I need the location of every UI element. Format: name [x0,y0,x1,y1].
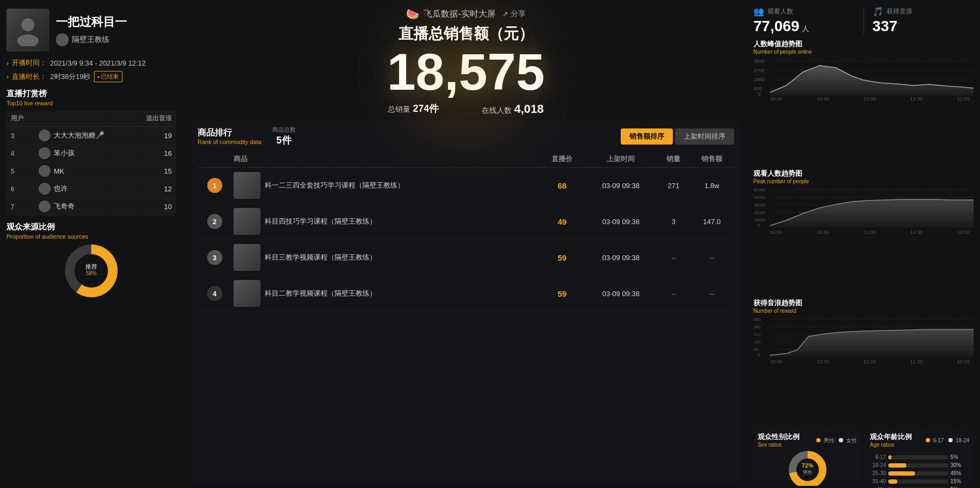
prod-sales-cell: -- [657,276,689,312]
viewers-icon: 👥 [753,6,764,17]
age-bar-val: 5% [950,454,969,460]
rewards-chart-svg: 350 280 210 140 70 0 10:00 10:30 11:00 1… [753,315,974,366]
age-bar-track [888,479,948,484]
total-sales-label: 总销量 [388,105,410,113]
rewards-icon: 🎵 [873,6,883,17]
svg-text:11:00: 11:00 [863,359,876,364]
viewers-title-cn: 观看人数趋势图 [753,169,974,178]
reward-amount: 16 [131,145,176,162]
reward-user: 大大大泡泡糖🎤 [34,127,131,145]
product-row: 4 科目二教学视频课程（隔壁王教练） 59 03-09 09:38 -- -- [198,276,734,312]
prod-price-cell: 68 [540,168,584,204]
right-panel: 👥 观看人数 77,069 人 🎵 获得音浪 337 [749,0,980,488]
main-title: 直播总销售额（元） [191,24,741,44]
age-bar-label: 31-40 [870,478,886,484]
svg-text:70: 70 [753,347,759,352]
age-6-17-legend: 6-17 [926,437,944,443]
top-header: 🍉 飞瓜数据-实时大屏 ↗ 分享 [191,4,741,21]
reward-amount: 19 [131,127,176,145]
reward-table: 用户 送出音浪 3 大大大泡泡糖🎤 19 4 [6,111,176,216]
svg-text:10:00: 10:00 [770,96,782,102]
viewers-stat: 👥 观看人数 77,069 人 [753,6,855,35]
svg-text:64000: 64000 [753,195,766,200]
profile-section: 一把过科目一 隔壁王教练 [6,9,176,52]
col-price: 直播价 [540,151,584,168]
svg-text:3600: 3600 [753,59,765,64]
left-panel: 一把过科目一 隔壁王教练 › 开播时间： 2021/3/9 9:34 - 202… [0,0,183,488]
product-count: 商品总数 5件 [272,126,296,147]
male-label: 男性 [824,437,834,443]
reward-row: 5 MK 15 [6,162,176,180]
rewards-chart-area: 350 280 210 140 70 0 10:00 10:30 11:00 1… [753,315,974,366]
svg-text:58%: 58% [86,270,97,276]
app-title: 飞瓜数据-实时大屏 [424,9,495,20]
col-amount: 销售额 [689,151,734,168]
sex-legend: 男性 女性 [816,437,857,444]
sex-donut: 72% 男性 [758,452,857,484]
male-dot [816,438,821,442]
meta-info: › 开播时间： 2021/3/9 9:34 - 2021/3/9 12:12 ›… [6,58,176,82]
reward-title-en: Top10 live reward [6,100,176,106]
reward-user: 笨小孩 [34,145,131,162]
male-legend: 男性 [816,437,834,444]
reward-rank: 7 [6,198,34,216]
profile-info: 一把过科目一 隔壁王教练 [56,14,127,46]
rewards-title-en: Number of reward [753,308,974,314]
viewers-label: 👥 观看人数 [753,6,855,17]
peak-title-en: Number of people online [753,49,974,55]
prod-time-cell: 03-09 09:38 [584,168,657,204]
prod-sales-cell: 3 [657,204,689,240]
age-bar-val: 45% [950,470,969,476]
age-bar-row: 18-24 30% [870,462,969,468]
status-badge: 已结束 [94,71,123,82]
svg-text:12:00: 12:00 [957,359,969,364]
svg-text:16000: 16000 [753,218,766,223]
svg-point-1 [17,34,39,46]
sort-by-sales-btn[interactable]: 销售额排序 [621,128,673,145]
peak-chart-area: 3600 2700 1800 900 0 10:00 10:30 11:00 1… [753,56,974,102]
viewers-label-text: 观看人数 [767,7,793,16]
sex-donut-svg: 72% 男性 [781,451,834,486]
peak-chart-svg: 3600 2700 1800 900 0 10:00 10:30 11:00 1… [753,56,974,102]
reward-amount: 15 [131,162,176,180]
age-bar-row: 25-30 45% [870,470,969,476]
reward-title-cn: 直播打赏榜 [6,89,176,99]
col-time: 上架时间 [584,151,657,168]
prod-amount-cell: -- [689,240,734,276]
svg-text:280: 280 [753,325,761,329]
share-button[interactable]: ↗ 分享 [502,9,526,19]
svg-text:0: 0 [758,223,760,228]
svg-text:12:00: 12:00 [957,96,969,102]
big-sales-number: 18,575 [191,46,741,98]
age-bar-track [888,463,948,468]
age-18-24-label: 18-24 [955,437,969,443]
product-section: 商品排行 Rank of commodity data 商品总数 5件 销售额排… [191,120,741,484]
age-bars: 6-17 5% 18-24 30% 25-30 45% 31-40 15% 41 [870,452,969,488]
sex-title-row: 观众性别比例 Sex ratios 男性 女性 [758,432,857,449]
age-ratios-block: 观众年龄比例 Age ratios 6-17 18-24 [866,428,974,482]
age-bar-label: 6-17 [870,454,886,460]
prod-rank-cell: 1 [198,168,231,204]
age-title-cn: 观众年龄比例 [870,432,912,442]
col-product: 商品 [231,151,540,168]
viewers-value: 77,069 [753,18,800,34]
sub-avatar [56,33,69,46]
prod-price-cell: 59 [540,276,584,312]
svg-text:11:00: 11:00 [863,96,876,102]
prod-amount-cell: 1.8w [689,168,734,204]
age-6-17-dot [926,438,930,442]
svg-text:10:30: 10:30 [817,96,829,102]
age-18-24-legend: 18-24 [948,437,969,443]
age-bar-label: 18-24 [870,462,886,468]
svg-text:2700: 2700 [753,68,765,73]
reward-section: 直播打赏榜 Top10 live reward 用户 送出音浪 3 大大大泡泡糖… [6,89,176,216]
rewards-label: 🎵 获得音浪 [873,6,974,17]
female-legend: 女性 [839,437,857,444]
reward-col-rank: 用户 [6,111,34,127]
svg-text:80000: 80000 [753,188,766,192]
svg-text:72%: 72% [801,462,813,469]
reward-rank: 4 [6,145,34,162]
svg-point-0 [21,18,34,31]
share-label: 分享 [511,9,526,19]
sort-by-time-btn[interactable]: 上架时间排序 [675,128,734,145]
